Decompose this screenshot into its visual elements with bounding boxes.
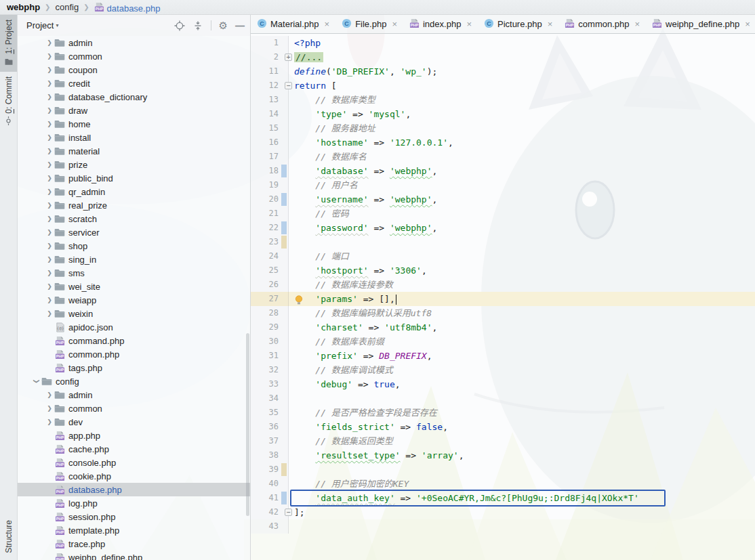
code-line-text[interactable]: 'debug' => true, — [289, 377, 755, 391]
chevron-right-icon[interactable]: ❯ — [45, 93, 54, 100]
code-line-text[interactable]: 'prefix' => DB_PREFIX, — [289, 349, 755, 363]
tree-item-draw[interactable]: ❯draw — [18, 104, 250, 117]
code-line-text[interactable]: // 端口 — [289, 249, 755, 263]
tool-window-button-commit[interactable]: 0: Commit — [0, 72, 17, 132]
chevron-right-icon[interactable]: ❯ — [45, 66, 54, 73]
code-line-text[interactable]: // 用户密码加密的KEY — [289, 477, 755, 491]
code-line-text[interactable]: 'password' => 'webphp', — [289, 221, 755, 235]
editor-tab-weiphp_define-php[interactable]: PHPweiphp_define.php× — [646, 15, 755, 33]
editor-tab-common-php[interactable]: PHPcommon.php× — [558, 15, 646, 33]
code-line-text[interactable]: 'resultset_type' => 'array', — [289, 448, 755, 462]
close-icon[interactable]: × — [325, 19, 330, 29]
tree-item-prize[interactable]: ❯prize — [18, 158, 250, 171]
tool-window-button-structure[interactable]: Structure — [0, 515, 17, 557]
code-line[interactable]: 24 // 端口 — [251, 249, 755, 263]
hide-panel-icon[interactable]: — — [235, 20, 245, 31]
tree-item-admin[interactable]: ❯admin — [18, 388, 250, 402]
code-line-text[interactable] — [289, 519, 755, 534]
chevron-right-icon[interactable]: ❯ — [45, 391, 54, 398]
tree-item-common[interactable]: ❯common — [18, 402, 250, 415]
code-line[interactable]: 11define('DB_PREFIX', 'wp_'); — [251, 64, 755, 79]
code-line-text[interactable]: // 是否严格检查字段是否存在 — [289, 406, 755, 420]
tree-item-console-php[interactable]: PHPconsole.php — [18, 456, 250, 469]
code-line-text[interactable] — [289, 462, 755, 477]
tree-item-dev[interactable]: ❯dev — [18, 415, 250, 429]
code-line-text[interactable]: return [ — [289, 79, 755, 93]
code-line-text[interactable]: // 数据库编码默认采用utf8 — [289, 306, 755, 320]
code-line-text[interactable]: 'database' => 'webphp', — [289, 164, 755, 178]
code-line[interactable]: 38 'resultset_type' => 'array', — [251, 448, 755, 462]
code-line-text[interactable]: 'params' => [], — [289, 292, 755, 306]
code-line-text[interactable] — [289, 235, 755, 249]
code-line-text[interactable]: // 服务器地址 — [289, 121, 755, 135]
editor-tab-File-php[interactable]: CFile.php× — [335, 15, 403, 33]
code-line-text[interactable]: //... — [289, 50, 755, 64]
close-icon[interactable]: × — [392, 19, 397, 29]
tree-item-log-php[interactable]: PHPlog.php — [18, 496, 250, 510]
chevron-right-icon[interactable]: ❯ — [45, 39, 54, 46]
code-line-text[interactable]: // 数据库类型 — [289, 93, 755, 107]
tree-item-cookie-php[interactable]: PHPcookie.php — [18, 469, 250, 483]
code-line-text[interactable]: 'type' => 'mysql', — [289, 107, 755, 121]
collapse-all-icon[interactable] — [192, 20, 203, 31]
tree-item-weiphp_define-php[interactable]: PHPweiphp_define.php — [18, 551, 250, 560]
tree-item-database-php[interactable]: PHPdatabase.php — [18, 483, 250, 496]
code-line[interactable]: 41 'data_auth_key' => '+0SeoAC#YR,Jm&c?[… — [251, 491, 755, 505]
tree-item-app-php[interactable]: PHPapp.php — [18, 429, 250, 442]
tree-item-apidoc-json[interactable]: {@}apidoc.json — [18, 320, 250, 334]
tree-item-wei_site[interactable]: ❯wei_site — [18, 280, 250, 293]
tree-item-shop[interactable]: ❯shop — [18, 239, 250, 253]
code-line-text[interactable]: // 数据库表前缀 — [289, 335, 755, 349]
chevron-right-icon[interactable]: ❯ — [45, 215, 54, 222]
chevron-down-icon[interactable]: ❯ — [33, 376, 40, 386]
chevron-right-icon[interactable]: ❯ — [45, 148, 54, 154]
tree-item-common-php[interactable]: PHPcommon.php — [18, 347, 250, 361]
chevron-right-icon[interactable]: ❯ — [45, 80, 54, 87]
code-line[interactable]: 21 // 密码 — [251, 207, 755, 221]
close-icon[interactable]: × — [466, 19, 472, 29]
tree-item-qr_admin[interactable]: ❯qr_admin — [18, 185, 250, 198]
tree-item-database_dictionary[interactable]: ❯database_dictionary — [18, 90, 250, 104]
code-line-text[interactable]: // 数据库连接参数 — [289, 278, 755, 292]
chevron-right-icon[interactable]: ❯ — [45, 270, 54, 276]
code-line[interactable]: 33 'debug' => true, — [251, 377, 755, 391]
breadcrumb-item[interactable]: config — [56, 2, 79, 12]
tree-item-weixin[interactable]: ❯weixin — [18, 307, 250, 320]
code-line[interactable]: 42−]; — [251, 505, 755, 519]
tree-item-tags-php[interactable]: PHPtags.php — [18, 361, 250, 374]
chevron-right-icon[interactable]: ❯ — [45, 175, 54, 181]
gear-icon[interactable]: ⚙ — [219, 21, 228, 30]
code-line[interactable]: 13 // 数据库类型 — [251, 93, 755, 107]
tree-item-command-php[interactable]: PHPcommand.php — [18, 334, 250, 347]
code-line[interactable]: 25 'hostport' => '3306', — [251, 263, 755, 278]
chevron-right-icon[interactable]: ❯ — [45, 134, 54, 141]
chevron-right-icon[interactable]: ❯ — [45, 310, 54, 317]
tree-item-common[interactable]: ❯common — [18, 49, 250, 63]
code-line-text[interactable]: 'hostport' => '3306', — [289, 263, 755, 278]
tree-item-admin[interactable]: ❯admin — [18, 36, 250, 49]
code-line[interactable]: 29 'charset' => 'utf8mb4', — [251, 320, 755, 335]
close-icon[interactable]: × — [745, 19, 750, 29]
code-line[interactable]: 18 'database' => 'webphp', — [251, 164, 755, 178]
tree-item-template-php[interactable]: PHPtemplate.php — [18, 523, 250, 537]
editor-tab-Picture-php[interactable]: CPicture.php× — [478, 15, 558, 33]
code-line[interactable]: 2+//... — [251, 50, 755, 64]
code-line-text[interactable]: 'fields_strict' => false, — [289, 420, 755, 434]
code-line-text[interactable]: 'charset' => 'utf8mb4', — [289, 320, 755, 335]
editor-tab-index-php[interactable]: PHPindex.php× — [403, 15, 478, 33]
tree-item-servicer[interactable]: ❯servicer — [18, 225, 250, 239]
chevron-right-icon[interactable]: ❯ — [45, 405, 54, 412]
close-icon[interactable]: × — [548, 19, 553, 29]
code-line-text[interactable]: // 用户名 — [289, 178, 755, 192]
code-line[interactable]: 30 // 数据库表前缀 — [251, 335, 755, 349]
tree-item-material[interactable]: ❯material — [18, 144, 250, 158]
code-line[interactable]: 37 // 数据集返回类型 — [251, 434, 755, 448]
code-line-text[interactable]: define('DB_PREFIX', 'wp_'); — [289, 64, 755, 79]
chevron-right-icon[interactable]: ❯ — [45, 283, 54, 290]
tree-item-session-php[interactable]: PHPsession.php — [18, 510, 250, 523]
tree-item-home[interactable]: ❯home — [18, 117, 250, 131]
code-line[interactable]: 39 — [251, 462, 755, 477]
tree-item-cache-php[interactable]: PHPcache.php — [18, 442, 250, 456]
chevron-down-icon[interactable]: ▾ — [56, 22, 58, 28]
tree-item-credit[interactable]: ❯credit — [18, 77, 250, 90]
